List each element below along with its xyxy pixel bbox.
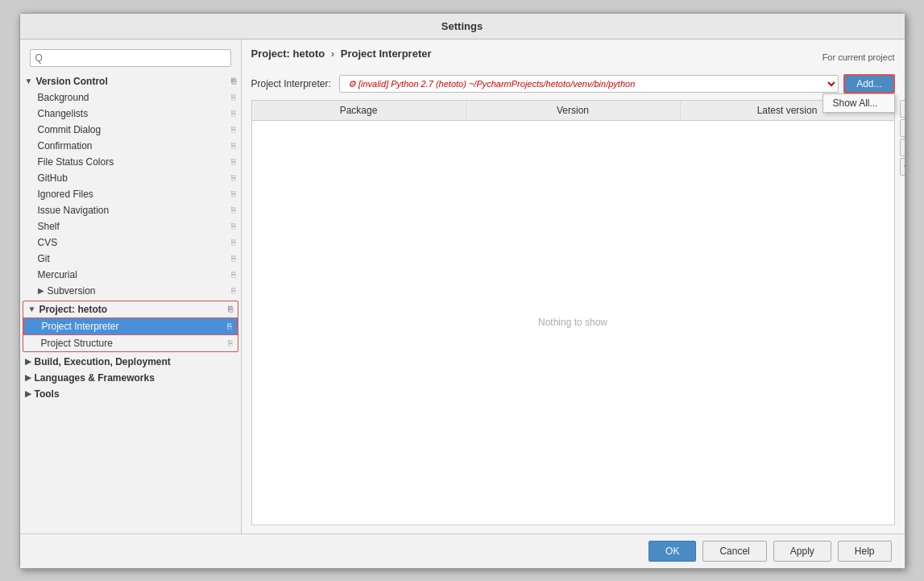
main-panel: Project: hetoto › Project Interpreter Fo… — [242, 39, 905, 533]
sidebar-item-cvs[interactable]: CVS ⎘ — [20, 234, 241, 251]
sidebar-item-shelf[interactable]: Shelf ⎘ — [20, 218, 241, 234]
help-button[interactable]: Help — [838, 541, 892, 562]
sidebar-item-label: Git — [38, 253, 228, 264]
sidebar-item-background[interactable]: Background ⎘ — [20, 89, 241, 106]
sidebar-item-file-status-colors[interactable]: File Status Colors ⎘ — [20, 154, 241, 170]
dialog-footer: OK Cancel Apply Help — [20, 533, 905, 568]
copy-icon: ⎘ — [231, 141, 236, 150]
copy-icon: ⎘ — [231, 286, 236, 295]
sidebar-item-ignored-files[interactable]: Ignored Files ⎘ — [20, 186, 241, 202]
copy-icon: ⎘ — [231, 254, 236, 263]
expand-arrow: ▶ — [25, 373, 31, 382]
sidebar: ▼ Version Control ⎘ Background ⎘ Changel… — [20, 39, 242, 533]
col-version: Version — [466, 101, 681, 120]
copy-icon: ⎘ — [231, 109, 236, 118]
sidebar-group-version-control[interactable]: ▼ Version Control ⎘ — [20, 73, 241, 89]
sidebar-group-label: Project: hetoto — [39, 304, 224, 315]
sidebar-group-label: Version Control — [35, 76, 227, 87]
sidebar-item-label: File Status Colors — [38, 156, 228, 168]
sidebar-item-project-interpreter[interactable]: Project Interpreter ⎘ — [23, 317, 238, 335]
breadcrumb: Project: hetoto › Project Interpreter — [251, 48, 432, 60]
breadcrumb-parent: Project: hetoto — [251, 48, 325, 60]
sidebar-item-label: Project Interpreter — [42, 321, 224, 332]
sidebar-item-label: Issue Navigation — [38, 205, 228, 216]
sidebar-group-build-execution[interactable]: ▶ Build, Execution, Deployment — [20, 354, 241, 370]
breadcrumb-current: Project Interpreter — [341, 48, 432, 60]
interpreter-label: Project Interpreter: — [251, 78, 331, 89]
sidebar-item-label: Commit Dialog — [38, 124, 228, 135]
interpreter-row: Project Interpreter: ⚙ [invalid] Python … — [251, 74, 895, 93]
dialog-body: ▼ Version Control ⎘ Background ⎘ Changel… — [20, 39, 905, 533]
add-button[interactable]: Add... — [843, 74, 894, 93]
add-dropdown-container: Add... Show All... — [843, 74, 894, 93]
copy-icon: ⎘ — [231, 205, 236, 214]
table-empty-message: Nothing to show — [252, 121, 894, 525]
settings-dialog: Settings ▼ Version Control ⎘ Background … — [19, 13, 905, 569]
expand-arrow: ▶ — [25, 389, 31, 398]
add-package-button[interactable]: + — [900, 100, 905, 118]
copy-icon: ⎘ — [231, 238, 236, 247]
copy-icon: ⎘ — [231, 222, 236, 230]
breadcrumb-arrow: › — [331, 48, 338, 60]
copy-icon: ⎘ — [231, 125, 236, 134]
sidebar-item-label: Mercurial — [38, 269, 228, 280]
sidebar-item-project-structure[interactable]: Project Structure ⎘ — [23, 335, 238, 351]
search-box — [25, 46, 236, 70]
table-header: Package Version Latest version — [252, 101, 894, 121]
copy-icon: ⎘ — [231, 189, 236, 198]
ok-button[interactable]: OK — [648, 541, 696, 562]
sidebar-item-issue-navigation[interactable]: Issue Navigation ⎘ — [20, 202, 241, 218]
sidebar-item-commit-dialog[interactable]: Commit Dialog ⎘ — [20, 122, 241, 138]
sidebar-item-confirmation[interactable]: Confirmation ⎘ — [20, 138, 241, 154]
dialog-title: Settings — [20, 14, 905, 39]
sidebar-group-label: Languages & Frameworks — [35, 372, 236, 384]
remove-package-button[interactable]: − — [900, 119, 905, 137]
for-current-project: For current project — [822, 52, 895, 62]
copy-icon: ⎘ — [228, 305, 233, 313]
copy-icon: ⎘ — [231, 270, 236, 279]
sidebar-group-label: Tools — [35, 388, 236, 400]
sidebar-item-label: Project Structure — [41, 338, 225, 349]
sidebar-item-git[interactable]: Git ⎘ — [20, 251, 241, 267]
sidebar-item-label: Background — [38, 92, 228, 103]
upgrade-package-button[interactable]: ▲ — [900, 139, 905, 156]
project-hetoto-group: ▼ Project: hetoto ⎘ Project Interpreter … — [23, 301, 238, 352]
copy-icon: ⎘ — [231, 77, 236, 85]
sidebar-item-label: CVS — [38, 237, 228, 248]
sidebar-item-changelists[interactable]: Changelists ⎘ — [20, 106, 241, 122]
expand-arrow: ▶ — [25, 357, 31, 366]
add-dropdown-menu: Show All... — [822, 93, 895, 113]
table-actions: + − ▲ 👁 — [900, 100, 905, 176]
sidebar-item-subversion[interactable]: ▶ Subversion ⎘ — [20, 283, 241, 299]
expand-arrow: ▼ — [28, 305, 36, 313]
sidebar-item-label: GitHub — [38, 172, 228, 184]
sidebar-group-tools[interactable]: ▶ Tools — [20, 386, 241, 402]
col-package: Package — [252, 101, 466, 120]
sidebar-item-mercurial[interactable]: Mercurial ⎘ — [20, 267, 241, 283]
apply-button[interactable]: Apply — [773, 541, 831, 562]
table-container: Package Version Latest version Nothing t… — [251, 100, 895, 525]
interpreter-select[interactable]: ⚙ [invalid] Python 2.7 (hetoto) ~/Pychar… — [339, 75, 839, 93]
copy-icon: ⎘ — [228, 338, 233, 347]
search-input[interactable] — [30, 49, 231, 67]
sidebar-item-label: Confirmation — [38, 140, 228, 151]
header-row: Project: hetoto › Project Interpreter Fo… — [251, 48, 895, 68]
cancel-button[interactable]: Cancel — [702, 541, 766, 562]
copy-icon: ⎘ — [231, 93, 236, 102]
copy-icon: ⎘ — [231, 173, 236, 182]
sidebar-item-label: Ignored Files — [38, 189, 228, 200]
show-paths-button[interactable]: 👁 — [900, 158, 905, 176]
sidebar-item-github[interactable]: GitHub ⎘ — [20, 170, 241, 186]
packages-table: Package Version Latest version Nothing t… — [251, 100, 895, 525]
copy-icon: ⎘ — [227, 322, 232, 330]
expand-arrow: ▶ — [38, 286, 44, 295]
dropdown-item-show-all[interactable]: Show All... — [823, 94, 894, 112]
sidebar-group-label: Build, Execution, Deployment — [35, 356, 236, 367]
sidebar-item-label: Changelists — [38, 108, 228, 119]
sidebar-group-languages[interactable]: ▶ Languages & Frameworks — [20, 370, 241, 386]
expand-arrow: ▼ — [25, 77, 33, 85]
sidebar-group-project-hetoto[interactable]: ▼ Project: hetoto ⎘ — [23, 301, 238, 317]
copy-icon: ⎘ — [231, 157, 236, 166]
sidebar-item-label: Subversion — [48, 285, 228, 297]
sidebar-item-label: Shelf — [38, 221, 228, 232]
